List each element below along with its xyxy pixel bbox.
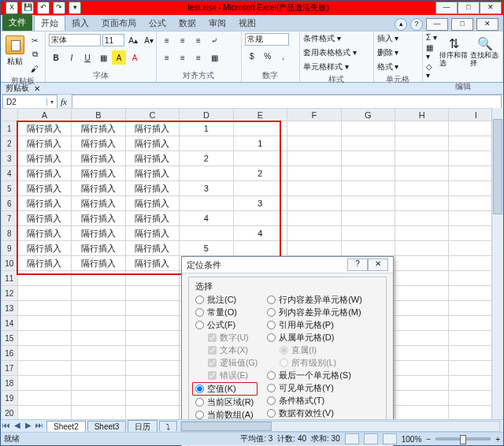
opt-formula[interactable]: 公式(F) — [195, 319, 258, 331]
cell[interactable]: 隔行插入 — [72, 181, 125, 196]
cell[interactable] — [233, 211, 287, 226]
cell[interactable] — [287, 241, 341, 256]
cell[interactable] — [341, 226, 395, 241]
opt-rowdiff[interactable]: 行内容差异单元格(W) — [267, 294, 362, 306]
dialog-close-button[interactable]: ✕ — [368, 258, 388, 271]
cell[interactable]: 隔行插入 — [125, 136, 179, 151]
cell[interactable] — [72, 271, 125, 286]
cell[interactable] — [17, 406, 71, 421]
cell[interactable] — [341, 166, 395, 181]
cell[interactable] — [72, 331, 125, 346]
cell[interactable] — [72, 301, 125, 316]
cell[interactable] — [125, 331, 179, 346]
cell[interactable]: 隔行插入 — [125, 226, 179, 241]
cell[interactable] — [17, 301, 71, 316]
sheet-nav-prev[interactable]: ◀ — [12, 421, 23, 432]
cell[interactable] — [233, 121, 287, 136]
name-box-dropdown-icon[interactable]: ▾ — [46, 98, 57, 106]
opt-dep[interactable]: 从属单元格(D) — [267, 332, 362, 344]
sheet-nav-first[interactable]: ⏮ — [1, 421, 12, 432]
format-as-table-button[interactable]: 套用表格格式 ▾ — [303, 47, 357, 58]
tab-review[interactable]: 审阅 — [202, 16, 232, 31]
cell[interactable] — [341, 181, 395, 196]
opt-comment[interactable]: 批注(C) — [195, 294, 258, 306]
cell[interactable] — [287, 136, 341, 151]
cell[interactable]: 隔行插入 — [125, 121, 179, 136]
number-format-select[interactable]: 常规 — [245, 33, 289, 46]
cell[interactable]: 2 — [233, 166, 287, 181]
cell[interactable] — [72, 376, 125, 391]
cell[interactable]: 隔行插入 — [17, 256, 71, 271]
cell[interactable] — [395, 331, 449, 346]
cell[interactable]: 隔行插入 — [17, 196, 71, 211]
close-button[interactable]: ✕ — [480, 2, 502, 14]
cell[interactable] — [287, 196, 341, 211]
tab-pagelayout[interactable]: 页面布局 — [95, 16, 143, 31]
workbook-min-button[interactable]: — — [426, 18, 448, 31]
cell[interactable] — [395, 391, 449, 406]
font-color-button[interactable]: A — [128, 50, 142, 65]
cell[interactable] — [17, 391, 71, 406]
cell[interactable] — [125, 286, 179, 301]
opt-coldiff[interactable]: 列内容差异单元格(M) — [267, 307, 362, 318]
name-box[interactable]: D2 ▾ — [2, 95, 57, 109]
cell[interactable]: 隔行插入 — [17, 136, 71, 151]
align-bottom-button[interactable]: ≡ — [191, 33, 206, 47]
cell[interactable] — [287, 166, 341, 181]
cell[interactable] — [125, 346, 179, 361]
cell[interactable]: 3 — [233, 196, 287, 211]
maximize-button[interactable]: □ — [458, 2, 480, 14]
cell[interactable]: 隔行插入 — [72, 211, 125, 226]
comma-button[interactable]: , — [276, 49, 291, 63]
cell[interactable] — [17, 346, 71, 361]
shrink-font-button[interactable]: A▾ — [142, 33, 156, 47]
zoom-level[interactable]: 100% — [402, 435, 422, 444]
border-button[interactable]: ▦ — [96, 50, 110, 65]
formula-bar[interactable] — [72, 95, 502, 109]
cell[interactable] — [395, 301, 449, 316]
underline-button[interactable]: U — [80, 50, 94, 65]
ribbon-collapse-icon[interactable]: ▴ — [395, 18, 407, 31]
merge-button[interactable]: ▦ — [207, 50, 221, 65]
cell[interactable]: 隔行插入 — [17, 121, 71, 136]
cell[interactable] — [395, 196, 449, 211]
cell[interactable] — [341, 196, 395, 211]
workbook-close-button[interactable]: ✕ — [476, 18, 498, 31]
cell[interactable] — [341, 121, 395, 136]
tab-view[interactable]: 视图 — [232, 16, 262, 31]
opt-condfmt[interactable]: 条件格式(T) — [267, 395, 362, 407]
sheet-tab-calendar[interactable]: 日历 — [128, 420, 158, 433]
cell[interactable] — [72, 361, 125, 376]
cell[interactable] — [17, 331, 71, 346]
cell[interactable]: 隔行插入 — [125, 241, 179, 256]
cut-button[interactable]: ✂ — [28, 33, 42, 47]
cell[interactable] — [72, 406, 125, 421]
cell[interactable]: 隔行插入 — [72, 241, 125, 256]
cell[interactable]: 隔行插入 — [17, 166, 71, 181]
cell[interactable]: 隔行插入 — [72, 226, 125, 241]
cell[interactable]: 隔行插入 — [72, 136, 125, 151]
cell[interactable] — [125, 406, 179, 421]
cell[interactable]: 隔行插入 — [17, 241, 71, 256]
sheet-tab-sheet2[interactable]: Sheet2 — [46, 421, 86, 432]
vertical-scrollbar[interactable] — [491, 108, 503, 420]
cell[interactable] — [395, 346, 449, 361]
cell[interactable] — [72, 316, 125, 331]
cell[interactable] — [180, 166, 233, 181]
cell[interactable]: 隔行插入 — [125, 211, 179, 226]
view-normal-button[interactable] — [345, 433, 359, 444]
autosum-button[interactable]: Σ ▾ — [426, 33, 438, 42]
find-select-button[interactable]: 🔍 查找和选择 — [470, 33, 499, 69]
cell[interactable] — [287, 121, 341, 136]
cell-styles-button[interactable]: 单元格样式 ▾ — [303, 61, 349, 72]
view-pagebreak-button[interactable] — [383, 433, 397, 444]
tab-formulas[interactable]: 公式 — [143, 16, 172, 31]
cell[interactable]: 隔行插入 — [72, 166, 125, 181]
fx-icon[interactable]: fx — [57, 97, 70, 106]
percent-button[interactable]: % — [261, 49, 275, 63]
cell[interactable]: 隔行插入 — [125, 256, 179, 271]
opt-constant[interactable]: 常量(O) — [195, 307, 258, 318]
cell[interactable] — [395, 121, 449, 136]
cell[interactable] — [180, 226, 233, 241]
italic-button[interactable]: I — [65, 50, 79, 65]
